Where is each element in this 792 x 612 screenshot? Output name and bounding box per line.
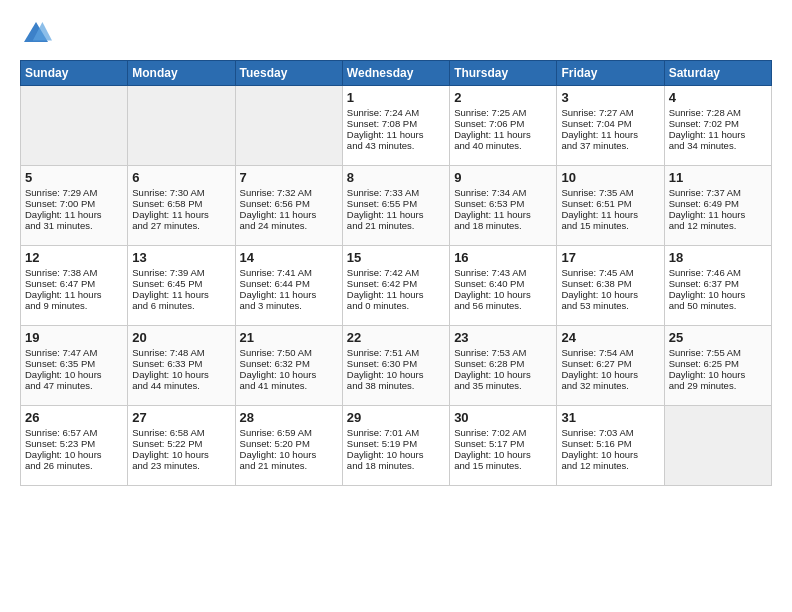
day-info-line: Sunset: 5:22 PM xyxy=(132,438,230,449)
day-info-line: Sunrise: 7:28 AM xyxy=(669,107,767,118)
day-info-line: Daylight: 11 hours xyxy=(347,129,445,140)
day-info-line: Sunrise: 7:39 AM xyxy=(132,267,230,278)
day-info-line: and 53 minutes. xyxy=(561,300,659,311)
day-number: 22 xyxy=(347,330,445,345)
day-info-line: Sunset: 6:35 PM xyxy=(25,358,123,369)
day-info-line: Sunrise: 7:45 AM xyxy=(561,267,659,278)
calendar-cell: 13Sunrise: 7:39 AMSunset: 6:45 PMDayligh… xyxy=(128,246,235,326)
calendar-cell: 17Sunrise: 7:45 AMSunset: 6:38 PMDayligh… xyxy=(557,246,664,326)
day-info-line: and 34 minutes. xyxy=(669,140,767,151)
logo xyxy=(20,18,56,50)
day-info-line: and 38 minutes. xyxy=(347,380,445,391)
day-info-line: Daylight: 10 hours xyxy=(25,369,123,380)
day-number: 14 xyxy=(240,250,338,265)
day-info-line: Sunset: 6:33 PM xyxy=(132,358,230,369)
day-info-line: and 21 minutes. xyxy=(240,460,338,471)
day-info-line: Daylight: 11 hours xyxy=(25,289,123,300)
header xyxy=(20,18,772,50)
day-info-line: and 15 minutes. xyxy=(454,460,552,471)
calendar-cell: 8Sunrise: 7:33 AMSunset: 6:55 PMDaylight… xyxy=(342,166,449,246)
day-info-line: Daylight: 11 hours xyxy=(561,209,659,220)
day-info-line: and 0 minutes. xyxy=(347,300,445,311)
day-info-line: Daylight: 10 hours xyxy=(347,369,445,380)
day-info-line: and 15 minutes. xyxy=(561,220,659,231)
day-info-line: Sunset: 6:30 PM xyxy=(347,358,445,369)
calendar-cell xyxy=(235,86,342,166)
calendar-cell: 25Sunrise: 7:55 AMSunset: 6:25 PMDayligh… xyxy=(664,326,771,406)
day-info-line: Sunset: 6:58 PM xyxy=(132,198,230,209)
calendar-cell: 12Sunrise: 7:38 AMSunset: 6:47 PMDayligh… xyxy=(21,246,128,326)
calendar-cell: 31Sunrise: 7:03 AMSunset: 5:16 PMDayligh… xyxy=(557,406,664,486)
calendar-cell: 28Sunrise: 6:59 AMSunset: 5:20 PMDayligh… xyxy=(235,406,342,486)
day-info-line: Sunset: 6:55 PM xyxy=(347,198,445,209)
day-info-line: and 9 minutes. xyxy=(25,300,123,311)
day-info-line: Sunset: 5:17 PM xyxy=(454,438,552,449)
day-number: 8 xyxy=(347,170,445,185)
week-row-1: 1Sunrise: 7:24 AMSunset: 7:08 PMDaylight… xyxy=(21,86,772,166)
day-info-line: and 41 minutes. xyxy=(240,380,338,391)
calendar-cell: 10Sunrise: 7:35 AMSunset: 6:51 PMDayligh… xyxy=(557,166,664,246)
day-info-line: Sunrise: 6:57 AM xyxy=(25,427,123,438)
calendar-cell: 24Sunrise: 7:54 AMSunset: 6:27 PMDayligh… xyxy=(557,326,664,406)
day-info-line: Sunrise: 7:02 AM xyxy=(454,427,552,438)
calendar-cell: 16Sunrise: 7:43 AMSunset: 6:40 PMDayligh… xyxy=(450,246,557,326)
day-info-line: Daylight: 11 hours xyxy=(347,209,445,220)
week-row-4: 19Sunrise: 7:47 AMSunset: 6:35 PMDayligh… xyxy=(21,326,772,406)
day-info-line: Sunrise: 7:33 AM xyxy=(347,187,445,198)
day-number: 12 xyxy=(25,250,123,265)
day-number: 21 xyxy=(240,330,338,345)
day-info-line: Sunset: 6:47 PM xyxy=(25,278,123,289)
day-info-line: Sunrise: 7:51 AM xyxy=(347,347,445,358)
day-info-line: Sunset: 6:44 PM xyxy=(240,278,338,289)
day-info-line: Sunset: 6:25 PM xyxy=(669,358,767,369)
day-info-line: Daylight: 11 hours xyxy=(669,129,767,140)
day-number: 18 xyxy=(669,250,767,265)
day-info-line: Daylight: 10 hours xyxy=(454,449,552,460)
day-info-line: Daylight: 10 hours xyxy=(561,289,659,300)
day-number: 23 xyxy=(454,330,552,345)
day-number: 19 xyxy=(25,330,123,345)
day-info-line: Sunset: 7:04 PM xyxy=(561,118,659,129)
calendar-cell: 7Sunrise: 7:32 AMSunset: 6:56 PMDaylight… xyxy=(235,166,342,246)
calendar-cell: 27Sunrise: 6:58 AMSunset: 5:22 PMDayligh… xyxy=(128,406,235,486)
day-info-line: Daylight: 10 hours xyxy=(25,449,123,460)
calendar-cell: 30Sunrise: 7:02 AMSunset: 5:17 PMDayligh… xyxy=(450,406,557,486)
week-row-2: 5Sunrise: 7:29 AMSunset: 7:00 PMDaylight… xyxy=(21,166,772,246)
day-info-line: Sunset: 5:16 PM xyxy=(561,438,659,449)
day-info-line: Sunset: 6:51 PM xyxy=(561,198,659,209)
day-info-line: Sunrise: 7:03 AM xyxy=(561,427,659,438)
day-info-line: Sunrise: 7:46 AM xyxy=(669,267,767,278)
calendar-cell: 15Sunrise: 7:42 AMSunset: 6:42 PMDayligh… xyxy=(342,246,449,326)
day-info-line: Sunrise: 7:42 AM xyxy=(347,267,445,278)
day-info-line: and 18 minutes. xyxy=(347,460,445,471)
calendar-cell: 1Sunrise: 7:24 AMSunset: 7:08 PMDaylight… xyxy=(342,86,449,166)
day-number: 15 xyxy=(347,250,445,265)
day-info-line: Daylight: 11 hours xyxy=(240,289,338,300)
day-info-line: Daylight: 11 hours xyxy=(132,289,230,300)
day-number: 4 xyxy=(669,90,767,105)
day-number: 20 xyxy=(132,330,230,345)
day-info-line: and 29 minutes. xyxy=(669,380,767,391)
day-info-line: Daylight: 10 hours xyxy=(454,289,552,300)
day-number: 31 xyxy=(561,410,659,425)
day-info-line: Sunrise: 7:01 AM xyxy=(347,427,445,438)
day-info-line: Daylight: 11 hours xyxy=(454,209,552,220)
day-info-line: and 43 minutes. xyxy=(347,140,445,151)
day-number: 2 xyxy=(454,90,552,105)
day-info-line: and 12 minutes. xyxy=(561,460,659,471)
day-info-line: and 47 minutes. xyxy=(25,380,123,391)
day-info-line: Daylight: 11 hours xyxy=(240,209,338,220)
day-info-line: and 32 minutes. xyxy=(561,380,659,391)
day-info-line: and 40 minutes. xyxy=(454,140,552,151)
day-info-line: Sunset: 6:27 PM xyxy=(561,358,659,369)
day-info-line: Sunset: 6:28 PM xyxy=(454,358,552,369)
day-info-line: Daylight: 10 hours xyxy=(454,369,552,380)
day-info-line: and 31 minutes. xyxy=(25,220,123,231)
calendar-cell: 21Sunrise: 7:50 AMSunset: 6:32 PMDayligh… xyxy=(235,326,342,406)
day-number: 7 xyxy=(240,170,338,185)
day-info-line: Sunrise: 7:25 AM xyxy=(454,107,552,118)
day-info-line: Sunrise: 6:59 AM xyxy=(240,427,338,438)
day-info-line: Daylight: 11 hours xyxy=(454,129,552,140)
day-info-line: and 56 minutes. xyxy=(454,300,552,311)
day-info-line: Sunrise: 7:27 AM xyxy=(561,107,659,118)
